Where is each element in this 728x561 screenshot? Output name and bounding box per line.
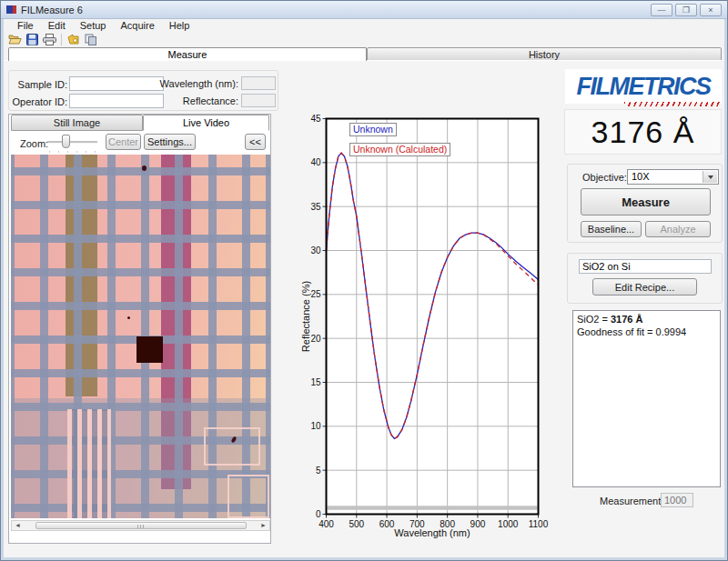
window-frame-bottom [1, 557, 727, 560]
zoom-label: Zoom: [20, 138, 48, 149]
zoom-slider-thumb[interactable] [62, 135, 70, 148]
wafer-measure-site [136, 336, 163, 363]
measurement-number-label: Measurement # [600, 496, 669, 506]
print-icon[interactable] [42, 33, 56, 46]
reflectance-chart: 4005006007008009001000110005101520253035… [301, 111, 549, 540]
legend-unknown-calculated: Unknown (Calculated) [349, 143, 450, 156]
client-area: File Edit Setup Acquire Help [4, 19, 724, 557]
thickness-value: 3176 Å [592, 115, 695, 150]
settings-button[interactable]: Settings... [144, 134, 196, 150]
legend-unknown: Unknown [349, 123, 397, 136]
objective-label: Objective: [582, 172, 627, 183]
x-tick-label: 1000 [498, 519, 519, 529]
x-tick-label: 1100 [529, 519, 549, 529]
open-icon[interactable] [7, 33, 22, 46]
edit-recipe-button[interactable]: Edit Recipe... [592, 278, 697, 296]
save-icon[interactable] [25, 33, 39, 46]
dropdown-arrowbox[interactable] [703, 171, 717, 183]
operator-id-input[interactable] [69, 94, 164, 108]
y-tick-label: 40 [310, 157, 321, 167]
y-tick-label: 30 [310, 245, 321, 255]
wafer-circuit-trace [204, 427, 260, 466]
x-tick-label: 500 [349, 519, 364, 529]
measure-button[interactable]: Measure [581, 188, 711, 215]
thickness-display: 3176 Å [564, 109, 722, 155]
x-tick-label: 900 [470, 519, 486, 529]
live-video-image[interactable] [11, 155, 270, 518]
brand-text: FILMETRICS [577, 73, 711, 101]
y-tick-label: 45 [310, 114, 321, 124]
chart-status-bar [328, 506, 538, 510]
scrollbar-thumb[interactable] [35, 522, 247, 529]
reflectance-field [241, 94, 276, 107]
wafer-speck [127, 316, 130, 319]
operator-id-label: Operator ID: [11, 96, 67, 107]
filmetrics-logo: FILMETRICS [565, 69, 722, 104]
title-bar[interactable]: FILMeasure 6 — ❐ × [1, 1, 727, 19]
analyze-button[interactable]: Analyze [645, 221, 711, 237]
app-window: FILMeasure 6 — ❐ × File Edit Setup Acqui… [0, 0, 728, 561]
y-tick-label: 15 [310, 377, 321, 387]
snapshot-icon[interactable] [66, 33, 81, 46]
wafer-circuit-trace [228, 475, 269, 518]
menu-file[interactable]: File [11, 20, 40, 31]
window-frame-right [724, 19, 727, 560]
scroll-left-icon[interactable]: ◄ [12, 521, 24, 530]
x-axis-label: Wavelength (nm) [394, 527, 470, 538]
tab-live-video[interactable]: Live Video [143, 115, 269, 131]
y-tick-label: 35 [310, 202, 321, 212]
toolbar-separator [61, 34, 62, 45]
wafer-circuit-comb [67, 409, 111, 518]
y-tick-label: 10 [310, 421, 321, 431]
objective-dropdown[interactable]: 10X [627, 169, 719, 185]
x-tick-label: 400 [318, 519, 334, 529]
wavelength-field [241, 76, 276, 90]
reflectance-label: Reflectance: [157, 95, 238, 106]
wavelength-label: Wavelength (nm): [157, 78, 238, 89]
y-tick-label: 25 [310, 289, 321, 299]
collapse-button[interactable]: << [245, 134, 266, 150]
measure-page: Sample ID: Operator ID: Wavelength (nm):… [4, 60, 724, 557]
y-axis-label: Reflectance (%) [301, 281, 311, 352]
copy-icon[interactable] [84, 33, 98, 46]
scroll-right-icon[interactable]: ► [258, 521, 269, 530]
tab-history[interactable]: History [367, 47, 722, 61]
y-tick-label: 5 [316, 466, 321, 476]
baseline-button[interactable]: Baseline... [581, 221, 642, 237]
app-icon [6, 5, 16, 14]
main-tab-strip: Measure History [4, 47, 724, 61]
video-panel: Still Image Live Video Zoom: Center Sett… [8, 114, 271, 544]
menu-help[interactable]: Help [163, 20, 197, 31]
minimize-button[interactable]: — [651, 4, 672, 16]
zoom-slider-ticks [49, 151, 96, 153]
wafer-speck [142, 165, 147, 171]
sample-id-input[interactable] [69, 76, 164, 91]
menu-setup[interactable]: Setup [74, 20, 113, 31]
menu-edit[interactable]: Edit [42, 20, 72, 31]
menu-bar: File Edit Setup Acquire Help [4, 19, 724, 32]
restore-button[interactable]: ❐ [675, 4, 697, 16]
objective-value: 10X [632, 171, 650, 182]
y-tick-label: 20 [310, 334, 321, 344]
logo-hatch-decoration [624, 102, 721, 106]
recipe-input[interactable]: SiO2 on Si [579, 259, 712, 274]
window-title: FILMeasure 6 [21, 5, 83, 15]
tab-still-image[interactable]: Still Image [11, 115, 143, 131]
toolbar [4, 32, 724, 46]
result-line-1: SiO2 = 3176 Å [577, 313, 716, 326]
sample-id-label: Sample ID: [11, 79, 67, 90]
tab-measure[interactable]: Measure [8, 47, 367, 61]
close-button[interactable]: × [700, 4, 722, 16]
result-thickness-value: 3176 Å [611, 314, 642, 325]
y-tick-label: 0 [316, 509, 321, 519]
chart-legend: Unknown Unknown (Calculated) [349, 123, 450, 156]
chevron-down-icon [708, 175, 713, 179]
results-listbox[interactable]: SiO2 = 3176 Å Goodness of fit = 0.9994 [572, 310, 721, 487]
menu-acquire[interactable]: Acquire [114, 20, 160, 31]
x-tick-label: 600 [379, 519, 395, 529]
center-button[interactable]: Center [106, 134, 141, 150]
zoom-slider-track[interactable] [47, 141, 97, 144]
result-line-2: Goodness of fit = 0.9994 [577, 326, 716, 338]
image-hscrollbar[interactable]: ◄ ► [11, 520, 270, 531]
measurement-number-field: 1000 [661, 493, 693, 507]
